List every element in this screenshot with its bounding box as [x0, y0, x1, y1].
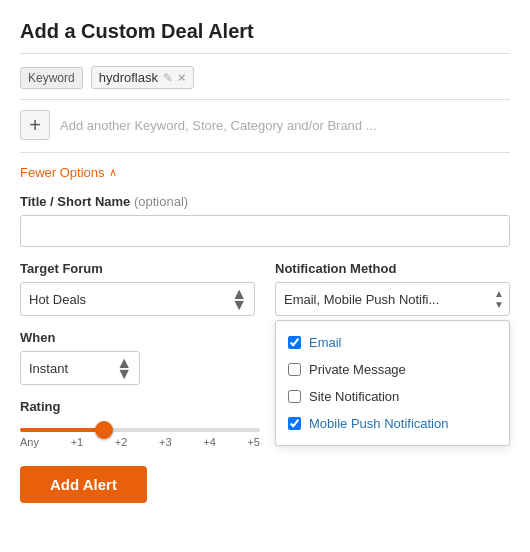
- checkbox-site[interactable]: [288, 390, 301, 403]
- add-filter-button[interactable]: +: [20, 110, 50, 140]
- target-forum-col: Target Forum Hot Deals All Deals Frontpa…: [20, 261, 255, 316]
- notification-method-arrows-icon: ▲ ▼: [494, 288, 504, 310]
- dropdown-option-mobile-label: Mobile Push Notification: [309, 416, 448, 431]
- rating-tick-1: +1: [71, 436, 84, 448]
- edit-icon[interactable]: ✎: [163, 71, 173, 85]
- title-field-section: Title / Short Name (optional): [20, 194, 510, 261]
- checkbox-mobile[interactable]: [288, 417, 301, 430]
- checkbox-pm[interactable]: [288, 363, 301, 376]
- dropdown-option-pm-label: Private Message: [309, 362, 406, 377]
- notification-method-label: Notification Method: [275, 261, 510, 276]
- notification-method-wrapper: Email, Mobile Push Notifi... ▲ ▼ Email P…: [275, 282, 510, 316]
- when-select-wrapper: Instant Daily Digest Weekly Digest ▲ ▼: [20, 351, 140, 385]
- checkbox-email[interactable]: [288, 336, 301, 349]
- target-forum-label: Target Forum: [20, 261, 255, 276]
- keyword-tag-value: hydroflask: [99, 70, 158, 85]
- dropdown-option-email-label: Email: [309, 335, 342, 350]
- notification-method-text: Email, Mobile Push Notifi...: [284, 292, 481, 307]
- slider-track: [20, 428, 260, 432]
- keyword-row: Keyword hydroflask ✎ ×: [20, 66, 510, 100]
- fewer-options-link[interactable]: Fewer Options ∧: [20, 165, 510, 180]
- rating-tick-2: +2: [115, 436, 128, 448]
- add-filter-row: + Add another Keyword, Store, Category a…: [20, 110, 510, 153]
- dropdown-option-site-label: Site Notification: [309, 389, 399, 404]
- fewer-options-chevron: ∧: [109, 166, 117, 179]
- title-field-label: Title / Short Name (optional): [20, 194, 510, 209]
- slider-labels: Any +1 +2 +3 +4 +5: [20, 436, 260, 448]
- keyword-label: Keyword: [20, 67, 83, 89]
- slider-fill: [20, 428, 104, 432]
- slider-container: Any +1 +2 +3 +4 +5: [20, 428, 260, 448]
- title-input[interactable]: [20, 215, 510, 247]
- keyword-tag: hydroflask ✎ ×: [91, 66, 194, 89]
- title-optional: (optional): [134, 194, 188, 209]
- dropdown-option-pm[interactable]: Private Message: [276, 356, 509, 383]
- when-select[interactable]: Instant Daily Digest Weekly Digest: [20, 351, 140, 385]
- dropdown-option-mobile[interactable]: Mobile Push Notification: [276, 410, 509, 437]
- two-col-section: Target Forum Hot Deals All Deals Frontpa…: [20, 261, 510, 316]
- notification-method-display[interactable]: Email, Mobile Push Notifi... ▲ ▼: [275, 282, 510, 316]
- fewer-options-label: Fewer Options: [20, 165, 105, 180]
- add-alert-button[interactable]: Add Alert: [20, 466, 147, 503]
- add-filter-placeholder: Add another Keyword, Store, Category and…: [60, 118, 377, 133]
- notification-method-col: Notification Method Email, Mobile Push N…: [275, 261, 510, 316]
- remove-icon[interactable]: ×: [178, 70, 186, 85]
- dropdown-option-email[interactable]: Email: [276, 329, 509, 356]
- target-forum-select-wrapper: Hot Deals All Deals Frontpage ▲ ▼: [20, 282, 255, 316]
- target-forum-select[interactable]: Hot Deals All Deals Frontpage: [20, 282, 255, 316]
- rating-tick-any: Any: [20, 436, 39, 448]
- dropdown-option-site[interactable]: Site Notification: [276, 383, 509, 410]
- rating-tick-5: +5: [247, 436, 260, 448]
- page-title: Add a Custom Deal Alert: [20, 20, 510, 54]
- slider-thumb[interactable]: [95, 421, 113, 439]
- rating-tick-4: +4: [203, 436, 216, 448]
- rating-tick-3: +3: [159, 436, 172, 448]
- notification-dropdown: Email Private Message Site Notification …: [275, 320, 510, 446]
